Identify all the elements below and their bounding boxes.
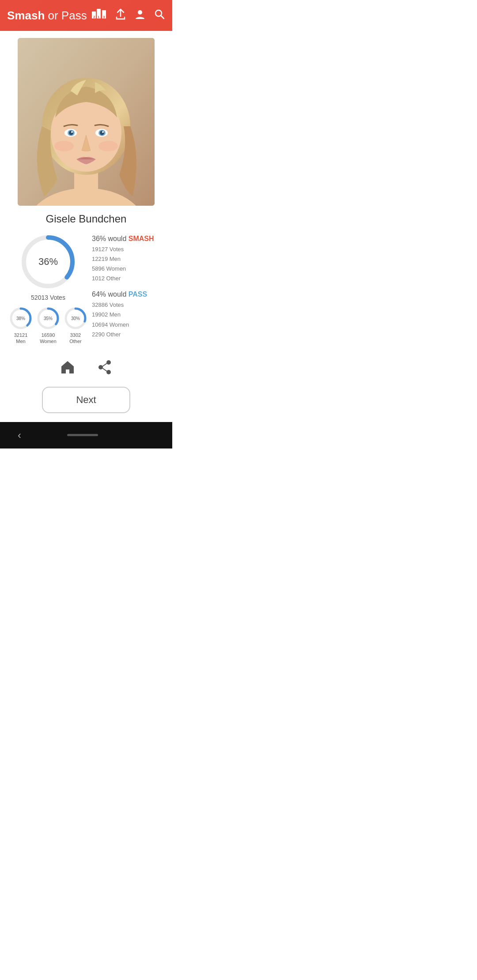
back-arrow[interactable]: ‹ (18, 429, 21, 441)
total-votes: 52013 Votes (31, 294, 65, 301)
nav-center (21, 434, 144, 436)
other-pct: 30% (71, 316, 80, 321)
svg-point-33 (107, 361, 110, 364)
stats-right: 36% would SMASH 19127 Votes 12219 Men 58… (92, 233, 163, 347)
upload-icon[interactable] (115, 8, 126, 23)
smash-details: 19127 Votes 12219 Men 5896 Women 1012 Ot… (92, 245, 163, 283)
bottom-nav-bar: ‹ (0, 422, 172, 449)
stats-section: 36% 52013 Votes 38% 32121 Men (0, 229, 172, 351)
svg-point-23 (54, 141, 74, 151)
other-mini-circle: 30% (64, 306, 87, 330)
main-percent-text: 36% (38, 256, 58, 268)
svg-point-35 (99, 366, 102, 369)
main-circle-chart: 36% (19, 233, 77, 290)
person-image (18, 38, 155, 206)
women-label: 16590 Women (40, 332, 57, 345)
other-circle-item: 30% 3302 Other (64, 306, 87, 345)
smash-word: SMASH (129, 235, 154, 242)
title-bold: Smash (7, 9, 45, 22)
home-button[interactable] (60, 360, 75, 378)
pass-title: 64% would PASS (92, 290, 163, 298)
men-label: 32121 Men (14, 332, 28, 345)
ranking-icon[interactable]: 2 1 3 (91, 8, 107, 23)
svg-text:3: 3 (103, 15, 105, 19)
svg-text:1: 1 (98, 15, 100, 19)
nav-pill (67, 434, 98, 436)
svg-line-36 (102, 363, 107, 366)
svg-point-19 (69, 131, 73, 135)
person-name: Gisele Bundchen (0, 206, 172, 229)
other-label: 3302 Other (69, 332, 82, 345)
app-title: Smash or Pass (7, 9, 87, 23)
pass-details: 32886 Votes 19902 Men 10694 Women 2290 O… (92, 300, 163, 339)
circle-chart-container: 36% 52013 Votes 38% 32121 Men (9, 233, 87, 345)
men-circle-item: 38% 32121 Men (9, 306, 33, 345)
women-mini-circle: 35% (36, 306, 60, 330)
svg-text:2: 2 (93, 15, 95, 19)
header-icons: 2 1 3 (91, 8, 165, 23)
app-header: Smash or Pass 2 1 3 (0, 0, 172, 31)
person-image-container (0, 31, 172, 206)
women-pct: 35% (44, 316, 53, 321)
smash-stat: 36% would SMASH 19127 Votes 12219 Men 58… (92, 235, 163, 283)
svg-point-22 (102, 131, 104, 133)
action-buttons (0, 351, 172, 382)
pass-stat: 64% would PASS 32886 Votes 19902 Men 106… (92, 290, 163, 339)
svg-point-20 (100, 131, 104, 135)
title-rest: or Pass (45, 9, 87, 22)
men-pct: 38% (16, 316, 25, 321)
next-button-container: Next (0, 382, 172, 422)
profile-icon[interactable] (134, 8, 146, 23)
men-mini-circle: 38% (9, 306, 33, 330)
share-button[interactable] (97, 360, 112, 378)
mini-circles: 38% 32121 Men 35% 16590 (9, 306, 87, 345)
smash-title: 36% would SMASH (92, 235, 163, 243)
women-circle-item: 35% 16590 Women (36, 306, 60, 345)
search-icon[interactable] (154, 8, 165, 23)
next-button[interactable]: Next (42, 387, 130, 413)
pass-word: PASS (129, 290, 147, 298)
svg-point-34 (107, 370, 110, 374)
svg-line-37 (102, 368, 107, 371)
svg-point-6 (138, 10, 142, 15)
svg-point-24 (98, 141, 118, 151)
svg-point-21 (71, 131, 73, 133)
svg-line-8 (161, 16, 164, 19)
